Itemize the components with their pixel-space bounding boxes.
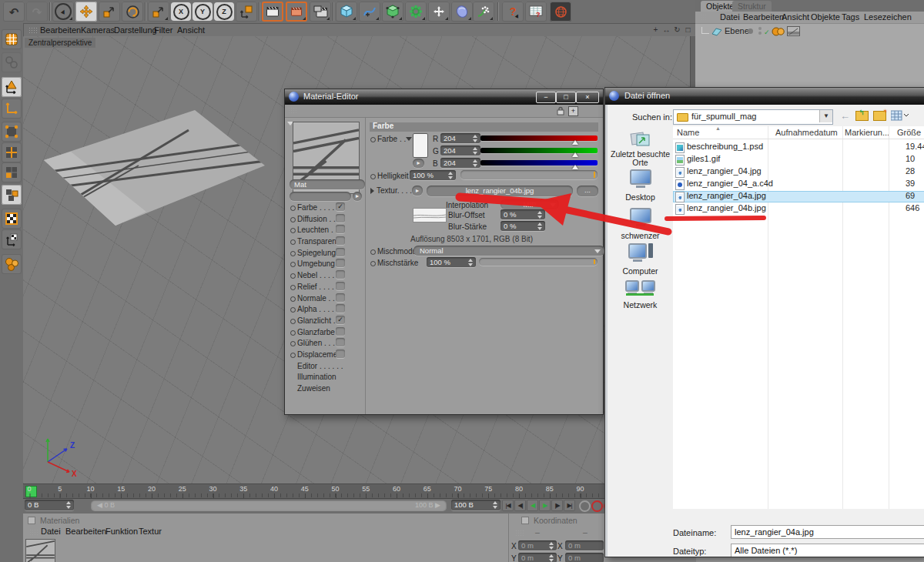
channel-transparenz-checkbox[interactable] <box>336 236 345 245</box>
toggle-view-icon[interactable]: □ <box>683 25 693 35</box>
layer-expand-button[interactable]: ▸ <box>353 192 362 201</box>
b-gradient-slider[interactable] <box>480 160 598 166</box>
redo-icon[interactable]: ↷ <box>26 2 48 22</box>
free-scale-icon[interactable] <box>148 2 169 22</box>
anim-dot[interactable] <box>370 261 376 266</box>
rotate-icon[interactable] <box>122 2 143 22</box>
frame-end-field[interactable]: 100 B <box>451 500 500 510</box>
channel-diffusion-checkbox[interactable] <box>336 214 345 222</box>
coordinate-system-icon[interactable] <box>236 2 257 22</box>
textur-expand-icon[interactable] <box>370 188 374 194</box>
live-selection-icon[interactable]: ▲ <box>52 2 74 22</box>
slider-marker[interactable] <box>572 165 578 169</box>
drag-handle-icon[interactable] <box>29 529 38 536</box>
back-icon[interactable]: ← <box>840 110 850 122</box>
channel-zuweisen[interactable]: Zuweisen <box>297 384 330 393</box>
channel-illumination[interactable]: Illumination <box>297 373 336 381</box>
channel-editor[interactable]: Editor . . . . . . <box>297 362 343 370</box>
helligkeit-slider[interactable] <box>460 170 598 179</box>
column-groesse[interactable]: Größe <box>897 128 921 137</box>
helligkeit-field[interactable]: 100 % <box>410 170 456 180</box>
kinematics-icon[interactable] <box>2 254 22 274</box>
spinner-icon[interactable] <box>549 554 554 562</box>
play-backward-button[interactable]: ◀ <box>527 500 538 511</box>
folder-combobox[interactable]: für_spumull_mag ▼ <box>673 109 833 125</box>
spinner-icon[interactable] <box>473 147 478 155</box>
menu-bearbeiten[interactable]: Bearbeiten <box>743 12 784 22</box>
channel-normale-checkbox[interactable] <box>336 293 345 302</box>
camera-mode-icon[interactable] <box>2 52 22 72</box>
add-primitive-icon[interactable] <box>336 2 357 22</box>
menu-filter[interactable]: Filter <box>154 25 172 35</box>
uv-polygons-mode-icon[interactable] <box>2 185 22 205</box>
add-spline-icon[interactable] <box>359 2 380 22</box>
move-icon[interactable] <box>75 2 97 22</box>
add-modifier-icon[interactable] <box>405 2 427 22</box>
menu-ansicht[interactable]: Ansicht <box>782 12 809 22</box>
file-row[interactable]: lenz_rangier_04b.jpg646 <box>673 203 924 215</box>
anim-dot[interactable] <box>370 249 376 255</box>
channel-leuchten-checkbox[interactable] <box>336 225 345 233</box>
texture-mini-preview[interactable] <box>413 208 447 222</box>
r-field[interactable]: 204 <box>440 133 480 143</box>
add-scene-object-icon[interactable] <box>451 2 473 22</box>
y-axis-button[interactable]: Y <box>192 2 213 21</box>
file-row[interactable]: lenz_rangier_04_a.c4d39 <box>673 179 924 190</box>
blur-staerke-field[interactable]: 0 % <box>500 221 545 231</box>
texture-mode-icon[interactable] <box>2 209 22 229</box>
spinner-icon[interactable] <box>537 222 543 230</box>
render-view-icon[interactable] <box>262 2 283 22</box>
file-row[interactable]: lenz_rangier_04.jpg28 <box>673 166 924 178</box>
color-mode-caret[interactable] <box>406 137 412 141</box>
file-row-selected[interactable]: lenz_rangier_04a.jpg69 <box>673 191 924 202</box>
place-schwenzer[interactable]: schwenzer <box>608 208 673 240</box>
channel-farbe-checkbox[interactable]: ✓ <box>336 202 345 211</box>
make-editable-icon[interactable] <box>2 29 22 49</box>
spinner-icon[interactable] <box>66 501 72 509</box>
menu-lesezeichen[interactable]: Lesezeichen <box>864 12 912 22</box>
mischstaerke-field[interactable]: 100 % <box>427 257 476 267</box>
tab-struktur[interactable]: Struktur <box>732 1 772 12</box>
slider-marker[interactable] <box>572 152 578 157</box>
timeline-ruler[interactable]: 051015202530354045505560657075808590 <box>23 483 690 499</box>
goto-start-button[interactable]: |◀ <box>502 500 514 511</box>
menu-kameras[interactable]: Kameras <box>81 25 115 35</box>
object-name[interactable]: Ebene <box>725 26 749 35</box>
texture-file-button[interactable]: lenz_rangier_04b.jpg <box>427 186 573 196</box>
record-key-icon[interactable] <box>591 500 603 512</box>
slider-marker[interactable] <box>572 140 578 145</box>
frame-start-field[interactable]: 0 B <box>25 500 74 510</box>
spinner-icon[interactable] <box>537 211 543 219</box>
column-aufnahmedatum[interactable]: Aufnahmedatum <box>775 128 838 137</box>
file-dialog-titlebar[interactable]: Datei öffnen <box>605 88 924 105</box>
record-position-icon[interactable] <box>579 500 591 512</box>
model-mode-icon[interactable] <box>2 77 22 97</box>
render-dot-icon[interactable] <box>758 32 762 35</box>
file-row[interactable]: beschreibung_1.psd19.440 <box>673 142 924 153</box>
view-menu-icon[interactable] <box>891 110 909 121</box>
spinner-icon[interactable] <box>549 542 554 550</box>
polygons-mode-icon[interactable] <box>2 162 22 182</box>
help-icon[interactable]: ?▲ <box>502 2 524 22</box>
mischmodus-dropdown[interactable]: Normal <box>413 246 604 256</box>
points-mode-icon[interactable] <box>2 122 22 142</box>
spinner-icon[interactable] <box>468 259 474 266</box>
channel-alpha-checkbox[interactable] <box>336 304 345 313</box>
place-netzwerk[interactable]: Netzwerk <box>608 280 673 309</box>
lock-icon[interactable] <box>556 106 565 115</box>
drag-handle-icon[interactable] <box>288 107 296 114</box>
anim-dot[interactable] <box>370 137 376 142</box>
interpolation-dropdown[interactable]: MIP <box>500 199 559 209</box>
drag-handle-icon[interactable] <box>515 530 524 537</box>
x2-field[interactable]: 0 m <box>565 540 604 550</box>
y2-field[interactable]: 0 m <box>565 553 604 562</box>
add-generator-icon[interactable] <box>382 2 403 22</box>
texture-arrow-button[interactable]: ▸ <box>412 186 423 196</box>
new-material-icon[interactable]: + <box>568 106 578 116</box>
mischstaerke-slider[interactable] <box>479 258 598 266</box>
channel-glanzlicht-checkbox[interactable]: ✓ <box>336 316 345 324</box>
place-desktop[interactable]: Desktop <box>608 169 673 202</box>
add-particles-icon[interactable] <box>473 2 494 22</box>
file-row[interactable]: giles1.gif10 <box>673 154 924 166</box>
minimize-button[interactable]: − <box>536 92 556 103</box>
